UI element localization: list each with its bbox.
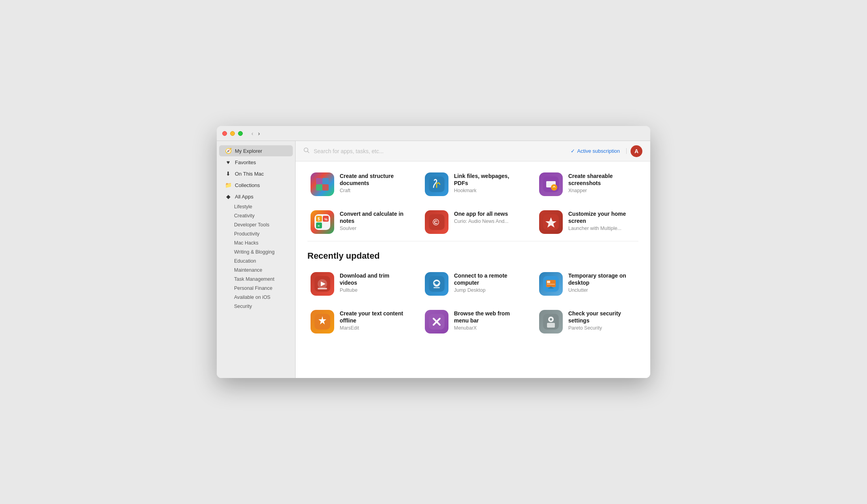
subscription-badge: ✓ Active subscription	[571, 148, 627, 154]
minimize-button[interactable]	[230, 131, 235, 136]
sidebar-sub-developer-tools[interactable]: Developer Tools	[219, 220, 293, 229]
sidebar-item-all-apps[interactable]: ◆ All Apps	[219, 191, 293, 202]
recently-updated-grid: Download and trim videos Pulltube	[307, 269, 638, 337]
app-card-jumpdesktop[interactable]: Connect to a remote computer Jump Deskto…	[422, 269, 524, 299]
app-info-marsedit: Create your text content offline MarsEdi…	[340, 310, 407, 331]
app-card-launcher[interactable]: Customize your home screen Launcher with…	[536, 207, 638, 237]
app-card-xnapper[interactable]: Create shareable screenshots Xnapper	[536, 169, 638, 199]
back-arrow[interactable]: ‹	[250, 130, 255, 137]
app-info-launcher: Customize your home screen Launcher with…	[568, 210, 635, 231]
app-icon-hookmark	[425, 172, 448, 196]
app-card-menubarx[interactable]: Browse the web from menu bar MenubarX	[422, 307, 524, 337]
svg-text:$: $	[318, 217, 320, 221]
app-icon-unclutter	[539, 272, 563, 296]
app-card-craft[interactable]: Create and structure documents Craft	[307, 169, 410, 199]
forward-arrow[interactable]: ›	[257, 130, 262, 137]
svg-point-39	[550, 318, 552, 321]
svg-rect-5	[322, 184, 329, 191]
searchbar: ✓ Active subscription A	[296, 141, 650, 161]
app-icon-pareto	[539, 310, 563, 334]
app-info-menubarx: Browse the web from menu bar MenubarX	[454, 310, 521, 331]
nav-arrows: ‹ ›	[250, 130, 261, 137]
app-card-hookmark[interactable]: Link files, webpages, PDFs Hookmark	[422, 169, 524, 199]
svg-rect-27	[434, 287, 440, 288]
app-card-marsedit[interactable]: Create your text content offline MarsEdi…	[307, 307, 410, 337]
svg-text:=: =	[318, 224, 320, 228]
app-icon-craft	[311, 172, 334, 196]
svg-rect-2	[316, 178, 322, 184]
sidebar-sub-mac-hacks[interactable]: Mac Hacks	[219, 239, 293, 247]
sidebar-sub-lifestyle[interactable]: Lifestyle	[219, 202, 293, 211]
maximize-button[interactable]	[238, 131, 243, 136]
app-info-soulver: Convert and calculate in notes Soulver	[340, 210, 407, 231]
close-button[interactable]	[222, 131, 227, 136]
app-info-craft: Create and structure documents Craft	[340, 172, 407, 193]
app-icon-soulver: $ % =	[311, 210, 334, 234]
recently-updated-title: Recently updated	[307, 251, 638, 261]
sidebar-item-on-this-mac[interactable]: ⬇ On This Mac	[219, 168, 293, 179]
app-card-pareto[interactable]: Check your security settings Pareto Secu…	[536, 307, 638, 337]
sidebar-sub-writing-blogging[interactable]: Writing & Blogging	[219, 248, 293, 256]
svg-rect-3	[322, 178, 329, 184]
sidebar-sub-productivity[interactable]: Productivity	[219, 230, 293, 238]
compass-icon: 🧭	[225, 148, 232, 154]
svg-rect-31	[547, 284, 555, 285]
app-info-jumpdesktop: Connect to a remote computer Jump Deskto…	[454, 272, 521, 293]
app-info-pulltube: Download and trim videos Pulltube	[340, 272, 407, 293]
search-input[interactable]	[314, 148, 567, 154]
app-icon-marsedit	[311, 310, 334, 334]
svg-point-26	[435, 282, 438, 285]
checkmark-icon: ✓	[571, 148, 575, 154]
app-icon-menubarx	[425, 310, 448, 334]
content-area: Create and structure documents Craft	[296, 161, 650, 378]
svg-point-9	[551, 184, 557, 191]
sidebar-sub-creativity[interactable]: Creativity	[219, 211, 293, 220]
app-icon-curio: ©	[425, 210, 448, 234]
avatar[interactable]: A	[631, 145, 642, 157]
search-icon	[303, 147, 310, 155]
svg-rect-30	[547, 281, 550, 283]
sidebar-sub-security[interactable]: Security	[219, 302, 293, 311]
app-info-pareto: Check your security settings Pareto Secu…	[568, 310, 635, 331]
svg-text:%: %	[324, 217, 327, 221]
main-area: ✓ Active subscription A	[296, 141, 650, 378]
app-card-unclutter[interactable]: Temporary storage on desktop Unclutter	[536, 269, 638, 299]
app-icon-jumpdesktop	[425, 272, 448, 296]
folder-icon: 📁	[225, 182, 232, 188]
sidebar: 🧭 My Explorer ♥ Favorites ⬇ On This Mac …	[217, 141, 296, 378]
sidebar-item-my-explorer[interactable]: 🧭 My Explorer	[219, 145, 293, 156]
sidebar-item-favorites[interactable]: ♥ Favorites	[219, 157, 293, 168]
svg-rect-23	[318, 288, 327, 289]
sidebar-sub-personal-finance[interactable]: Personal Finance	[219, 284, 293, 293]
app-card-soulver[interactable]: $ % = Convert and calculate in notes Sou…	[307, 207, 410, 237]
sidebar-sub-maintenance[interactable]: Maintenance	[219, 266, 293, 274]
heart-icon: ♥	[225, 159, 232, 165]
app-info-unclutter: Temporary storage on desktop Unclutter	[568, 272, 635, 293]
section-divider	[307, 241, 638, 241]
svg-text:©: ©	[433, 217, 439, 227]
download-icon: ⬇	[225, 170, 232, 177]
app-info-curio: One app for all news Curio: Audio News A…	[454, 210, 521, 224]
app-card-curio[interactable]: © One app for all news Curio: Audio News…	[422, 207, 524, 237]
sidebar-sub-task-management[interactable]: Task Management	[219, 275, 293, 284]
above-apps-grid: Create and structure documents Craft	[307, 169, 638, 237]
app-card-pulltube[interactable]: Download and trim videos Pulltube	[307, 269, 410, 299]
sidebar-item-collections[interactable]: 📁 Collections	[219, 180, 293, 191]
app-info-hookmark: Link files, webpages, PDFs Hookmark	[454, 172, 521, 193]
svg-rect-38	[547, 323, 555, 328]
diamond-icon: ◆	[225, 193, 232, 200]
app-icon-xnapper	[539, 172, 563, 196]
titlebar: ‹ ›	[217, 126, 650, 141]
app-icon-launcher	[539, 210, 563, 234]
svg-rect-4	[316, 184, 322, 191]
app-icon-pulltube	[311, 272, 334, 296]
svg-line-1	[308, 151, 309, 153]
sidebar-sub-available-on-ios[interactable]: Available on iOS	[219, 293, 293, 302]
app-info-xnapper: Create shareable screenshots Xnapper	[568, 172, 635, 193]
sidebar-sub-education[interactable]: Education	[219, 257, 293, 265]
app-window: ‹ › 🧭 My Explorer ♥ Favorites ⬇ On This …	[217, 126, 650, 378]
